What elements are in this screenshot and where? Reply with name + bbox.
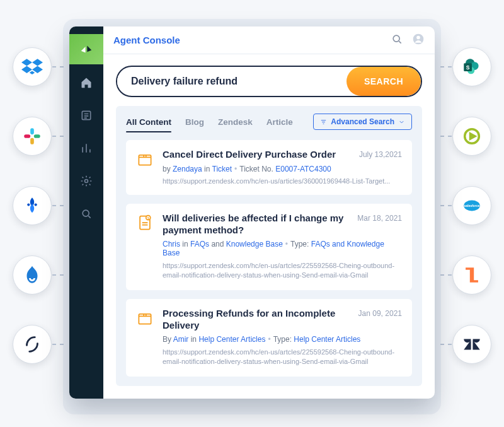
package-icon [136,150,154,168]
page-title: Agent Console [113,35,180,45]
result-meta: by Zendaya in Ticket•Ticket No. E0007-AT… [163,165,402,173]
tabs: All Content Blog Zendesk Article Advance… [126,114,412,130]
profile-icon[interactable] [412,33,425,48]
svg-text:salesforce: salesforce [464,204,480,208]
slack-icon [13,117,52,156]
result-card[interactable]: $ Will deliveries be affected if I chang… [126,204,412,290]
salesforce-icon: salesforce [452,186,491,225]
tab-blog[interactable]: Blog [185,117,204,127]
helpshift-icon [452,255,491,295]
nav-tickets[interactable] [69,101,103,130]
svg-text:S: S [466,64,470,71]
tab-article[interactable]: Article [266,117,293,127]
svg-rect-27 [139,155,151,165]
integrations-right: S salesforce [452,47,491,364]
content-panel: All Content Blog Zendesk Article Advance… [116,106,422,386]
search-row: SEARCH [103,54,435,106]
result-meta: Chris in FAQs and Knowledge Base•Type: F… [163,240,402,257]
advanced-search-button[interactable]: Advanced Search [313,114,412,130]
contentful-icon [13,325,52,364]
nav-reports[interactable] [69,134,103,163]
result-card[interactable]: Cancel Direct Delivery Purchase Order Ju… [126,140,412,195]
madcap-icon [452,117,491,156]
zendesk-icon [452,325,491,364]
result-title: Will deliveries be affected if I change … [163,213,351,237]
svg-point-10 [35,203,37,206]
result-title: Processing Refunds for an Incomplete Del… [163,308,352,332]
result-date: Jan 09, 2021 [358,309,402,318]
result-title: Cancel Direct Delivery Purchase Order [163,149,353,161]
app-logo [69,34,103,64]
main-panel: Agent Console SEARCH All Content Blog Ze… [103,26,435,399]
header-actions [391,33,425,48]
chevron-down-icon [398,119,405,126]
svg-point-23 [83,210,89,216]
advanced-search-label: Advanced Search [331,117,394,126]
svg-point-26 [416,35,420,39]
svg-text:$: $ [147,216,149,220]
agent-console-window: Agent Console SEARCH All Content Blog Ze… [69,26,435,399]
tab-all-content[interactable]: All Content [126,117,171,127]
result-date: July 13,2021 [359,150,402,159]
document-icon: $ [136,214,154,231]
search-icon[interactable] [391,33,403,48]
svg-marker-20 [87,46,91,52]
svg-point-9 [27,203,30,206]
dropbox-icon [13,47,52,86]
svg-rect-5 [30,128,34,134]
svg-rect-8 [24,134,30,138]
result-url: https://support.zendesk.com/hc/en-us/art… [163,261,402,280]
drupal-icon [13,255,52,295]
svg-marker-1 [32,59,43,66]
sidebar [69,26,103,399]
nav-search[interactable] [69,199,103,228]
search-button[interactable]: SEARCH [346,67,421,96]
result-url: https://support.zendesk.com/hc/en-us/art… [163,348,402,366]
search-input[interactable] [117,76,346,87]
results: Cancel Direct Delivery Purchase Order Ju… [126,140,412,377]
header: Agent Console [103,26,435,54]
filter-icon [320,119,327,126]
svg-point-24 [393,35,399,42]
jira-icon [13,186,52,225]
svg-rect-30 [139,314,151,324]
integrations-left [13,47,52,364]
result-date: Mar 18, 2021 [357,214,402,223]
nav-home[interactable] [69,68,103,97]
svg-rect-7 [30,138,34,144]
package-icon [136,309,154,327]
result-url: https://support.zendesk.com/hc/en-us/art… [163,177,402,185]
svg-marker-19 [81,47,86,53]
search-wrap: SEARCH [116,66,422,97]
result-card[interactable]: Processing Refunds for an Incomplete Del… [126,299,412,377]
nav-settings[interactable] [69,167,103,196]
svg-marker-4 [30,71,35,74]
svg-point-22 [85,180,88,183]
result-meta: By Amir in Help Center Articles•Type: He… [163,335,402,344]
svg-marker-0 [21,59,32,66]
tab-zendesk[interactable]: Zendesk [218,117,253,127]
sharepoint-icon: S [452,47,491,86]
svg-rect-6 [34,134,40,138]
